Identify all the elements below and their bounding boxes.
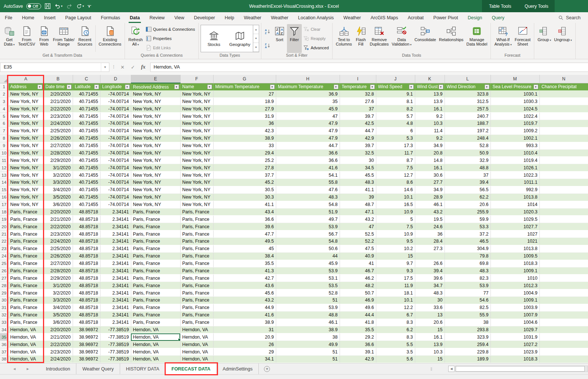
cell[interactable]: 2/23/2020 <box>43 348 73 356</box>
from-text-csv-button[interactable]: FromText/CSV <box>17 24 37 53</box>
cell[interactable]: Paris, France <box>180 319 213 326</box>
cell[interactable]: 2/23/2020 <box>43 113 73 120</box>
cell[interactable]: 51.9 <box>276 208 340 216</box>
cell[interactable]: New York, NY <box>131 193 180 201</box>
cell[interactable]: Paris, France <box>131 260 180 267</box>
cell[interactable] <box>539 164 588 172</box>
cell[interactable]: 8.2 <box>376 105 415 113</box>
cell[interactable]: New York, NY <box>8 157 43 164</box>
cell[interactable]: New York, NY <box>8 186 43 193</box>
cell[interactable]: New York, NY <box>8 113 43 120</box>
cell[interactable] <box>539 341 588 348</box>
cell[interactable]: 1004.9 <box>490 289 539 297</box>
existing-connections-button[interactable]: ExistingConnections <box>97 24 123 53</box>
cell[interactable]: Paris, France <box>8 245 43 252</box>
tab-query[interactable]: Query <box>487 12 509 23</box>
cell[interactable] <box>539 105 588 113</box>
cell[interactable] <box>539 157 588 164</box>
cell[interactable]: 52.8 <box>276 289 340 297</box>
cell[interactable]: -74.00714 <box>100 98 131 105</box>
cell[interactable] <box>539 289 588 297</box>
cell[interactable]: New York, NY <box>180 105 213 113</box>
cell[interactable]: 43.4 <box>213 208 276 216</box>
cell[interactable]: 27.6 <box>340 98 376 105</box>
cell[interactable]: Paris, France <box>131 304 180 311</box>
row-header-37[interactable]: 37 <box>0 348 8 356</box>
cell[interactable]: 31 <box>213 326 276 333</box>
tab-insert[interactable]: Insert <box>39 12 60 23</box>
row-header-7[interactable]: 7 <box>0 127 8 134</box>
filter-dropdown-icon[interactable]: ▼ <box>409 84 414 89</box>
cell[interactable] <box>539 297 588 304</box>
row-header-32[interactable]: 32 <box>0 311 8 319</box>
cell[interactable]: 48.7 <box>340 201 376 208</box>
cell[interactable]: 40.71455 <box>73 113 100 120</box>
cell[interactable]: Paris, France <box>131 319 180 326</box>
cell[interactable]: New York, NY <box>180 120 213 127</box>
cell[interactable]: 2.34141 <box>100 260 131 267</box>
cell[interactable]: 33.6 <box>415 304 445 311</box>
cell[interactable]: 2/24/2020 <box>43 120 73 127</box>
cell[interactable]: 47.9 <box>276 127 340 134</box>
cell[interactable]: 13.9 <box>415 341 445 348</box>
filter-dropdown-icon[interactable]: ▼ <box>534 84 538 89</box>
cell[interactable]: 8.6 <box>376 179 415 186</box>
cell[interactable]: 51 <box>276 356 340 363</box>
filter-dropdown-icon[interactable]: ▼ <box>67 84 72 89</box>
cell[interactable]: 1013.8 <box>490 193 539 201</box>
cell[interactable]: 53.9 <box>445 282 490 289</box>
filter-dropdown-icon[interactable]: ▼ <box>37 84 42 89</box>
cell[interactable]: 189.9 <box>445 356 490 363</box>
row-header-12[interactable]: 12 <box>0 164 8 172</box>
cell[interactable]: New York, NY <box>131 120 180 127</box>
sheet-tab-forecast-data[interactable]: FORECAST DATA <box>166 363 217 374</box>
tab-design[interactable]: Design <box>463 12 487 23</box>
cell[interactable]: 48.2 <box>340 282 376 289</box>
cell[interactable]: 33 <box>213 142 276 149</box>
cell[interactable]: 1004.6 <box>490 319 539 326</box>
refresh-all-button[interactable]: RefreshAll ▾ <box>127 24 144 53</box>
cell[interactable]: 48.85718 <box>73 223 100 230</box>
cell[interactable]: 257.5 <box>445 105 490 113</box>
cell[interactable]: Paris, France <box>8 260 43 267</box>
tab-page-layout[interactable]: Page Layout <box>60 12 96 23</box>
row-header-11[interactable]: 11 <box>0 157 8 164</box>
table-header-temperature[interactable]: Temperature▼ <box>340 83 376 90</box>
cell[interactable]: Herndon, VA <box>8 356 43 363</box>
autosave-toggle[interactable]: Off <box>26 3 41 9</box>
cell[interactable]: 2/20/2020 <box>43 326 73 333</box>
row-header-3[interactable]: 3 <box>0 98 8 105</box>
filter-dropdown-icon[interactable]: ▼ <box>207 84 212 89</box>
cell[interactable]: 27.3 <box>415 245 445 252</box>
cell[interactable]: 2.34141 <box>100 275 131 282</box>
cell[interactable] <box>539 311 588 319</box>
ungroup-button[interactable]: Ungroup ▾ <box>552 24 573 53</box>
cell[interactable] <box>539 275 588 282</box>
row-header-5[interactable]: 5 <box>0 113 8 120</box>
cell[interactable]: 18.9 <box>213 98 276 105</box>
cell[interactable]: Herndon, VA <box>131 326 180 333</box>
column-header-m[interactable]: M <box>490 75 539 83</box>
cell[interactable]: 41.1 <box>340 186 376 193</box>
cell[interactable]: New York, NY <box>8 90 43 98</box>
cell[interactable]: 10.3 <box>415 348 445 356</box>
cell[interactable]: Paris, France <box>131 223 180 230</box>
remove-duplicates-button[interactable]: RemoveDuplicates <box>368 24 390 53</box>
cell[interactable]: -77.38519 <box>100 348 131 356</box>
cell[interactable]: 26.6 <box>415 260 445 267</box>
cell[interactable]: New York, NY <box>131 172 180 179</box>
horizontal-scrollbar-thumb[interactable] <box>456 366 585 372</box>
cell[interactable]: 3/4/2020 <box>43 304 73 311</box>
cell[interactable] <box>539 267 588 275</box>
cell[interactable]: 8.3 <box>376 319 415 326</box>
cell[interactable]: 14.6 <box>376 186 415 193</box>
cell[interactable]: 11.4 <box>415 127 445 134</box>
cell[interactable]: 54.8 <box>276 238 340 245</box>
cell[interactable]: 1007.9 <box>490 311 539 319</box>
filter-dropdown-icon[interactable]: ▼ <box>270 84 275 89</box>
cell[interactable]: Paris, France <box>131 297 180 304</box>
cell[interactable]: 34.1 <box>213 356 276 363</box>
cell[interactable]: 4.8 <box>376 120 415 127</box>
cell[interactable]: 1026.1 <box>490 164 539 172</box>
cell[interactable]: 52.8 <box>445 142 490 149</box>
